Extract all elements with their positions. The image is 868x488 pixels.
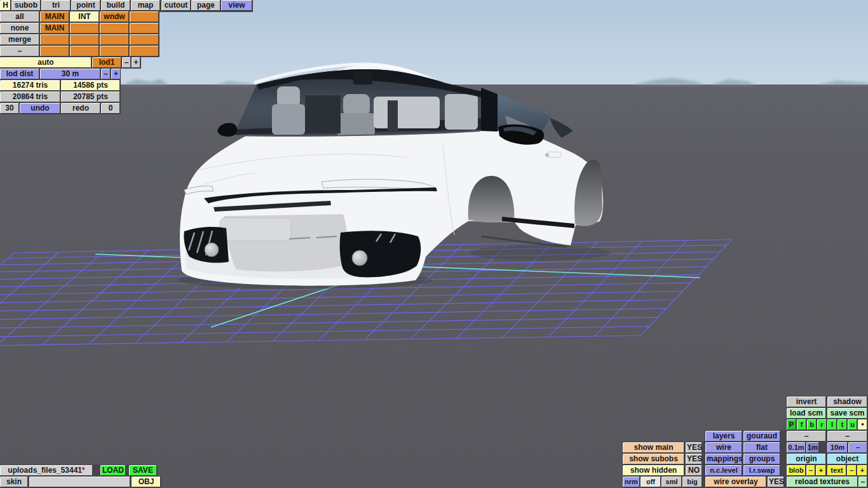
subob-cell-empty[interactable] bbox=[130, 23, 159, 34]
dist-01m-button[interactable]: 0.1m bbox=[787, 442, 806, 453]
text-button[interactable]: text bbox=[827, 465, 846, 476]
nrm-button[interactable]: nrm bbox=[623, 477, 640, 487]
subob-merge[interactable]: merge bbox=[0, 34, 39, 45]
subob-cell-empty[interactable] bbox=[130, 34, 159, 45]
viewport-3d[interactable] bbox=[0, 0, 868, 488]
blob-minus-button[interactable]: – bbox=[806, 465, 815, 476]
menu-h[interactable]: H bbox=[0, 0, 11, 11]
reload-textures-button[interactable]: reload textures bbox=[787, 477, 858, 487]
layers-button[interactable]: layers bbox=[705, 431, 742, 442]
dist-1m-button[interactable]: 1m bbox=[806, 442, 819, 453]
view-under-button[interactable]: u bbox=[848, 419, 857, 430]
shadow-button[interactable]: shadow bbox=[827, 396, 867, 407]
wire-overlay-button[interactable]: wire overlay bbox=[705, 477, 766, 487]
subob-none[interactable]: none bbox=[0, 23, 39, 34]
menu-point[interactable]: point bbox=[71, 0, 100, 11]
nc-level-button[interactable]: n.c.level bbox=[705, 465, 742, 476]
text-plus-button[interactable]: + bbox=[857, 465, 867, 476]
menu-build[interactable]: build bbox=[101, 0, 130, 11]
mappings-button[interactable]: mappings bbox=[705, 454, 742, 464]
invert-button[interactable]: invert bbox=[787, 396, 826, 407]
text-minus-button[interactable]: – bbox=[847, 465, 857, 476]
subob-cell-empty[interactable] bbox=[40, 34, 69, 45]
horizon-hills bbox=[121, 78, 868, 85]
skin-button[interactable]: skin bbox=[0, 477, 28, 487]
wire-overlay-value[interactable]: YES bbox=[768, 477, 784, 487]
view-persp-button[interactable]: P bbox=[787, 419, 796, 430]
wire-button[interactable]: wire bbox=[705, 442, 742, 453]
subob-cell-empty[interactable] bbox=[130, 46, 159, 57]
dist-dash-button[interactable]: – bbox=[848, 442, 867, 453]
filename-field[interactable]: uploads_files_53441* bbox=[0, 465, 93, 476]
subob-cell-wndw[interactable]: wndw bbox=[100, 11, 129, 22]
lod-dist-value[interactable]: 30 m bbox=[40, 69, 100, 79]
lod-auto-button[interactable]: auto bbox=[0, 57, 92, 68]
view-top-button[interactable]: t bbox=[837, 419, 847, 430]
subob-cell-empty[interactable] bbox=[130, 11, 159, 22]
groups-button[interactable]: groups bbox=[743, 454, 780, 464]
subob-cell-empty[interactable] bbox=[100, 23, 129, 34]
subob-cell-empty[interactable] bbox=[70, 34, 99, 45]
plate-recess bbox=[220, 218, 291, 241]
menu-view-active[interactable]: view bbox=[221, 0, 252, 11]
undo-count: 30 bbox=[0, 103, 19, 114]
blob-plus-button[interactable]: + bbox=[816, 465, 826, 476]
subob-cell-main2[interactable]: MAIN bbox=[40, 23, 69, 34]
lod-dist-minus[interactable]: – bbox=[101, 69, 111, 79]
show-hidden-value[interactable]: NO bbox=[686, 465, 702, 476]
view-back-button[interactable]: b bbox=[807, 419, 817, 430]
lod-name-button[interactable]: lod1 bbox=[92, 57, 121, 68]
blob-button[interactable]: blob bbox=[787, 465, 806, 476]
load-button[interactable]: LOAD bbox=[100, 465, 126, 476]
object-button[interactable]: object bbox=[827, 454, 867, 464]
menu-tri[interactable]: tri bbox=[41, 0, 71, 11]
origin-button[interactable]: origin bbox=[787, 454, 826, 464]
show-main-value[interactable]: YES bbox=[686, 442, 702, 453]
subob-cell-empty[interactable] bbox=[70, 23, 99, 34]
view-front-button[interactable]: f bbox=[797, 419, 806, 430]
view-dot-button[interactable]: ● bbox=[858, 419, 867, 430]
stat-selected-pts: 14586 pts bbox=[61, 80, 120, 91]
lr-swap-button[interactable]: l.r.swap bbox=[743, 465, 780, 476]
subob-cell-empty[interactable] bbox=[100, 34, 129, 45]
menu-cutout[interactable]: cutout bbox=[161, 0, 191, 11]
skin-field[interactable] bbox=[29, 477, 130, 487]
format-obj-button[interactable]: OBJ bbox=[132, 477, 161, 487]
reload-dash-button[interactable]: – bbox=[858, 477, 867, 487]
save-scm-button[interactable]: save scm bbox=[827, 408, 867, 419]
subob-cell-int[interactable]: INT bbox=[70, 11, 99, 22]
menu-page[interactable]: page bbox=[191, 0, 220, 11]
subob-cell-empty[interactable] bbox=[70, 46, 99, 57]
gouraud-button[interactable]: gouraud bbox=[743, 431, 780, 442]
door-handle-notch bbox=[545, 153, 549, 157]
subob-cell-main[interactable]: MAIN bbox=[40, 11, 69, 22]
subob-minus[interactable]: – bbox=[0, 46, 39, 57]
nrm-big-button[interactable]: big bbox=[682, 477, 702, 487]
load-scm-button[interactable]: load scm bbox=[787, 408, 826, 419]
nrm-sml-button[interactable]: sml bbox=[661, 477, 682, 487]
view-right-button[interactable]: r bbox=[817, 419, 827, 430]
menu-subob[interactable]: subob bbox=[11, 0, 41, 11]
lod-plus-button[interactable]: + bbox=[132, 57, 140, 68]
dist-10m-button[interactable]: 10m bbox=[827, 442, 848, 453]
show-hidden-button[interactable]: show hidden bbox=[623, 465, 684, 476]
show-subobs-button[interactable]: show subobs bbox=[623, 454, 684, 464]
view-left-button[interactable]: l bbox=[827, 419, 837, 430]
lod-minus-button[interactable]: – bbox=[122, 57, 131, 68]
show-main-button[interactable]: show main bbox=[623, 442, 684, 453]
flat-button[interactable]: flat bbox=[743, 442, 780, 453]
nrm-off-button[interactable]: off bbox=[641, 477, 661, 487]
subob-cell-empty[interactable] bbox=[100, 46, 129, 57]
lod-dist-label[interactable]: lod dist bbox=[0, 69, 39, 79]
subob-all[interactable]: all bbox=[0, 11, 39, 22]
lod-dist-plus[interactable]: + bbox=[111, 69, 121, 79]
redo-button[interactable]: redo bbox=[61, 103, 100, 114]
subob-cell-empty[interactable] bbox=[40, 46, 69, 57]
dash-a-button[interactable]: – bbox=[787, 431, 826, 442]
undo-button[interactable]: undo bbox=[20, 103, 60, 114]
show-subobs-value[interactable]: YES bbox=[686, 454, 702, 464]
save-button[interactable]: SAVE bbox=[129, 465, 157, 476]
fog-lamp-right bbox=[352, 250, 367, 266]
dash-b-button[interactable]: – bbox=[827, 431, 867, 442]
menu-map[interactable]: map bbox=[131, 0, 160, 11]
